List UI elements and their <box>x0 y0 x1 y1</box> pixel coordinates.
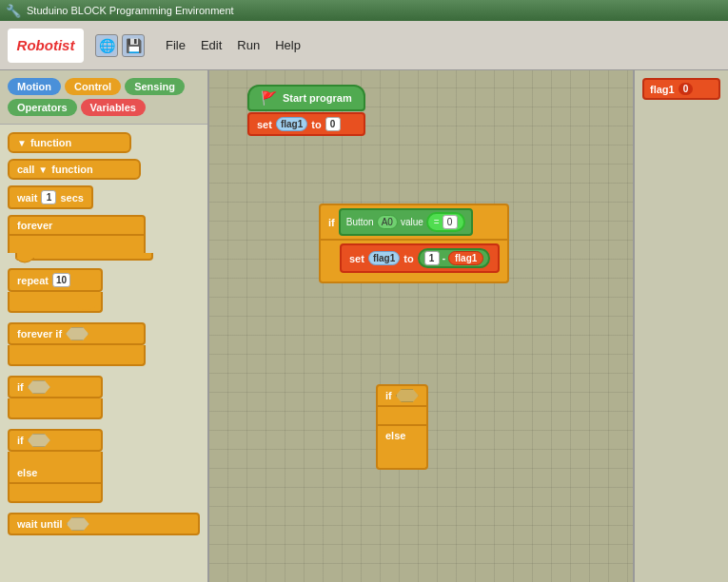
if-button-block[interactable]: if Button A0 value = 0 <box>319 204 509 283</box>
menu-edit[interactable]: Edit <box>193 34 229 56</box>
if-else-label: if <box>385 390 392 401</box>
cat-motion-button[interactable]: Motion <box>8 78 61 95</box>
forever-label: forever <box>17 220 52 231</box>
set2-label: set <box>349 253 364 264</box>
if1-label: if <box>17 381 24 393</box>
blocks-area: ▼ function call ▼ function wait 1 secs <box>0 125 207 582</box>
logo-text: Robotist <box>17 37 75 53</box>
wait-until-input <box>67 517 89 531</box>
set-label: set <box>257 119 272 130</box>
to-label: to <box>311 119 321 130</box>
cat-operators-button[interactable]: Operators <box>8 99 77 116</box>
if-block-1[interactable]: if <box>8 376 200 419</box>
menu-file[interactable]: File <box>158 34 193 56</box>
forever-block[interactable]: forever <box>8 215 200 270</box>
flag1-2-dropdown[interactable]: flag1 <box>368 251 400 265</box>
repeat-value[interactable]: 10 <box>52 273 70 287</box>
flag1-var-label: flag1 <box>650 84 675 95</box>
if-else-canvas-block[interactable]: if else <box>376 384 428 470</box>
equals-label: = <box>434 217 440 227</box>
cat-control-button[interactable]: Control <box>65 78 121 95</box>
set-val[interactable]: 0 <box>325 117 341 131</box>
menubar: Robotist 🌐 💾 File Edit Run Help <box>0 21 728 70</box>
to2-label: to <box>403 253 413 264</box>
repeat-label: repeat <box>17 275 49 286</box>
else-canvas-label: else <box>385 430 405 441</box>
a0-dropdown[interactable]: A0 <box>377 215 398 229</box>
forever-if-input <box>66 327 89 340</box>
equals-block: = 0 <box>426 212 465 232</box>
call-fn-arrow-icon: ▼ <box>38 165 48 175</box>
value-label: value <box>401 217 423 227</box>
call-function-block[interactable]: call ▼ function <box>8 159 200 180</box>
wait-until-block[interactable]: wait until <box>8 513 200 535</box>
start-block-group: 🚩 Start program set flag1 to 0 <box>247 85 365 136</box>
logo: Robotist <box>8 29 84 63</box>
function-block[interactable]: ▼ function <box>8 132 200 153</box>
if2-input <box>28 434 50 447</box>
equals-val[interactable]: 0 <box>443 215 458 229</box>
cat-variables-button[interactable]: Variables <box>81 99 146 116</box>
wait-label: wait <box>17 192 37 204</box>
forever-if-block[interactable]: forever if <box>8 322 200 366</box>
call-label: call <box>17 164 34 175</box>
set-flag1-block[interactable]: set flag1 to 0 <box>247 112 365 136</box>
num-val[interactable]: 1 <box>424 251 440 265</box>
button-label: Button <box>346 217 374 227</box>
titlebar: 🔧 Studuino BLOCK Programming Environment <box>0 0 728 21</box>
globe-button[interactable]: 🌐 <box>95 34 118 57</box>
start-program-block[interactable]: 🚩 Start program <box>247 85 365 111</box>
left-panel: Motion Control Sensing Operators Variabl… <box>0 70 209 582</box>
menu-run[interactable]: Run <box>229 34 267 56</box>
forever-if-label: forever if <box>17 328 62 340</box>
wait-until-label: wait until <box>17 518 63 530</box>
flag1-var-value: 0 <box>679 83 694 95</box>
button-condition[interactable]: Button A0 value = 0 <box>339 208 473 236</box>
math-block: 1 - flag1 <box>418 248 491 268</box>
wait-secs-block[interactable]: wait 1 secs <box>8 185 200 209</box>
right-panel: flag1 0 <box>633 70 728 582</box>
if3-label: if <box>328 217 335 228</box>
wait-value[interactable]: 1 <box>41 190 56 204</box>
if-else-block[interactable]: if else <box>8 429 200 503</box>
titlebar-icon: 🔧 <box>6 4 21 18</box>
cat-sensing-button[interactable]: Sensing <box>125 78 185 95</box>
main-area: Motion Control Sensing Operators Variabl… <box>0 70 728 582</box>
wait-secs-label: secs <box>60 192 83 204</box>
canvas-area[interactable]: 🚩 Start program set flag1 to 0 if Butto <box>209 70 633 582</box>
flag1-dropdown[interactable]: flag1 <box>276 117 307 131</box>
if-else-canvas-group: if else <box>376 384 428 470</box>
if-else-input <box>396 389 419 402</box>
if-button-group: if Button A0 value = 0 <box>319 204 509 283</box>
titlebar-text: Studuino BLOCK Programming Environment <box>27 5 234 16</box>
save-button[interactable]: 💾 <box>122 34 145 57</box>
start-label: Start program <box>283 92 352 104</box>
repeat-block[interactable]: repeat 10 <box>8 268 200 313</box>
call-fn-label: function <box>51 164 92 175</box>
minus-label: - <box>443 253 445 263</box>
menu-help[interactable]: Help <box>267 34 308 56</box>
flag-icon: 🚩 <box>261 90 277 106</box>
function-block-label: function <box>30 137 71 148</box>
if2-label: if <box>17 435 24 446</box>
flag1-variable-display: flag1 0 <box>642 78 720 100</box>
flag1-3-var: flag1 <box>448 251 483 265</box>
fn-arrow-icon: ▼ <box>17 138 27 148</box>
categories: Motion Control Sensing Operators Variabl… <box>0 70 207 125</box>
else-label: else <box>17 467 37 478</box>
if1-input <box>28 380 50 394</box>
set-flag1-2-block[interactable]: set flag1 to 1 - flag1 <box>340 243 500 273</box>
